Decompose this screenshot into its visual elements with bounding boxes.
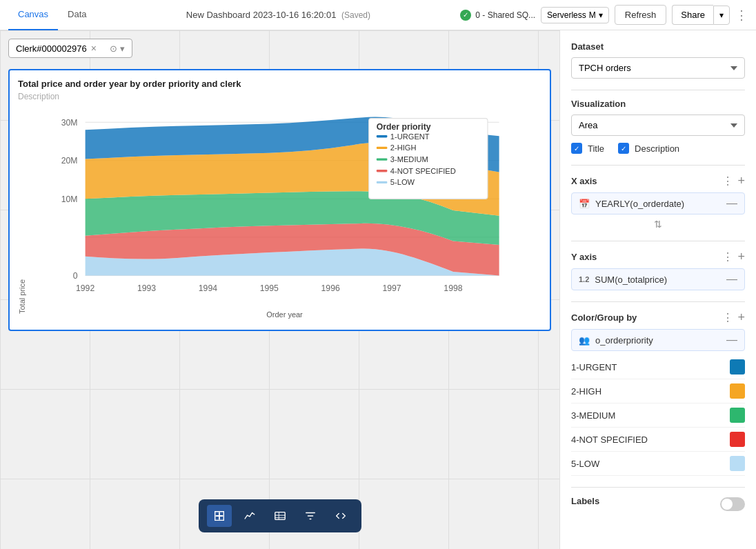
filter-chevron-icon[interactable]: ▾ bbox=[120, 43, 125, 54]
chart-svg: 30M 20M 10M 0 bbox=[28, 107, 541, 314]
tab-data[interactable]: Data bbox=[58, 0, 96, 30]
code-button[interactable] bbox=[328, 505, 353, 527]
x-axis-add-icon[interactable]: + bbox=[737, 174, 745, 188]
svg-text:20M: 20M bbox=[61, 156, 78, 166]
color-swatch-medium[interactable] bbox=[730, 408, 745, 423]
description-checkbox[interactable] bbox=[618, 143, 629, 154]
color-group-more-icon[interactable]: ⋮ bbox=[722, 311, 733, 324]
group-icon: 👥 bbox=[579, 335, 590, 346]
y-axis-field-item: 1.2 SUM(o_totalprice) — bbox=[571, 268, 745, 290]
svg-rect-28 bbox=[275, 512, 284, 520]
svg-text:3-MEDIUM: 3-MEDIUM bbox=[390, 155, 428, 163]
y-axis-more-icon[interactable]: ⋮ bbox=[722, 250, 733, 263]
bottom-toolbar bbox=[199, 499, 361, 532]
y-axis-label: Total price bbox=[18, 107, 26, 314]
main-layout: Clerk#000002976 × ⊙ ▾ Total price and or… bbox=[0, 30, 756, 549]
svg-text:2-HIGH: 2-HIGH bbox=[390, 143, 417, 152]
filter-tag[interactable]: Clerk#000002976 × ⊙ ▾ bbox=[8, 39, 132, 58]
svg-text:30M: 30M bbox=[61, 118, 78, 128]
divider-4 bbox=[571, 301, 745, 302]
labels-label: Labels bbox=[571, 496, 599, 506]
svg-rect-24 bbox=[377, 170, 388, 172]
tab-canvas[interactable]: Canvas bbox=[8, 0, 58, 30]
x-axis-actions: ⋮ + bbox=[722, 174, 745, 188]
divider-5 bbox=[571, 487, 745, 488]
svg-text:4-NOT SPECIFIED: 4-NOT SPECIFIED bbox=[390, 167, 456, 175]
dataset-select[interactable]: TPCH orders bbox=[571, 57, 745, 79]
header: Canvas Data New Dashboard 2023-10-16 16:… bbox=[0, 0, 756, 30]
visualization-select[interactable]: Area bbox=[571, 114, 745, 136]
color-group-header: Color/Group by ⋮ + bbox=[571, 310, 745, 325]
dataset-section: Dataset TPCH orders bbox=[571, 41, 745, 79]
chart-title: Total price and order year by order prio… bbox=[18, 79, 541, 89]
y-axis-remove-button[interactable]: — bbox=[726, 273, 737, 286]
y-axis-header: Y axis ⋮ + bbox=[571, 250, 745, 264]
color-group-title: Color/Group by bbox=[571, 312, 637, 323]
share-main-button[interactable]: Share bbox=[672, 5, 713, 25]
filter-value: Clerk#000002976 bbox=[16, 43, 87, 54]
svg-text:5-LOW: 5-LOW bbox=[390, 178, 415, 186]
color-list: 1-URGENT 2-HIGH 3-MEDIUM 4-NOT SPECIFIED… bbox=[571, 355, 745, 476]
svg-text:1998: 1998 bbox=[444, 283, 462, 293]
color-label-high: 2-HIGH bbox=[571, 386, 601, 397]
filter-button[interactable] bbox=[298, 505, 323, 527]
more-options-button[interactable]: ⋮ bbox=[735, 8, 748, 23]
color-swatch-not-specified[interactable] bbox=[730, 432, 745, 447]
filter-icons: ⊙ ▾ bbox=[110, 43, 125, 54]
svg-text:1992: 1992 bbox=[76, 283, 94, 293]
color-swatch-high[interactable] bbox=[730, 383, 745, 399]
share-caret-button[interactable]: ▾ bbox=[713, 6, 730, 25]
chart-content: 30M 20M 10M 0 bbox=[28, 107, 541, 314]
filter-settings-icon[interactable]: ⊙ bbox=[110, 43, 117, 54]
filter-bar: Clerk#000002976 × ⊙ ▾ bbox=[8, 39, 132, 58]
color-label-medium: 3-MEDIUM bbox=[571, 410, 615, 421]
canvas-area: Clerk#000002976 × ⊙ ▾ Total price and or… bbox=[0, 30, 559, 549]
dataset-label: Dataset bbox=[571, 41, 745, 52]
svg-text:1996: 1996 bbox=[321, 283, 340, 293]
x-axis-header: X axis ⋮ + bbox=[571, 174, 745, 188]
divider-2 bbox=[571, 165, 745, 166]
svg-text:1-URGENT: 1-URGENT bbox=[390, 132, 430, 141]
color-label-not-specified: 4-NOT SPECIFIED bbox=[571, 435, 648, 445]
filter-close-icon[interactable]: × bbox=[91, 43, 97, 54]
x-axis-field-item: 📅 YEARLY(o_orderdate) — bbox=[571, 192, 745, 214]
refresh-button[interactable]: Refresh bbox=[615, 5, 667, 25]
color-item-medium: 3-MEDIUM bbox=[571, 403, 745, 428]
color-label-urgent: 1-URGENT bbox=[571, 362, 617, 372]
nav-tabs: Canvas Data bbox=[8, 0, 97, 30]
svg-text:1993: 1993 bbox=[137, 283, 156, 293]
visualization-section: Visualization Area Title Description bbox=[571, 99, 745, 154]
svg-text:10M: 10M bbox=[61, 194, 78, 204]
svg-text:1994: 1994 bbox=[199, 283, 217, 293]
svg-rect-26 bbox=[377, 181, 388, 183]
labels-toggle[interactable] bbox=[720, 497, 745, 511]
y-axis-section: Y axis ⋮ + 1.2 SUM(o_totalprice) — bbox=[571, 250, 745, 290]
divider-1 bbox=[571, 90, 745, 90]
color-item-urgent: 1-URGENT bbox=[571, 355, 745, 379]
x-axis-remove-button[interactable]: — bbox=[726, 197, 737, 210]
y-axis-add-icon[interactable]: + bbox=[737, 250, 745, 264]
color-group-field-item: 👥 o_orderpriority — bbox=[571, 329, 745, 351]
dashboard-title: New Dashboard 2023-10-16 16:20:01 (Saved… bbox=[108, 10, 450, 20]
title-checkbox[interactable] bbox=[571, 143, 582, 154]
color-group-add-icon[interactable]: + bbox=[737, 310, 745, 325]
color-swatch-urgent[interactable] bbox=[730, 359, 745, 375]
serverless-select[interactable]: Serverless M ▾ bbox=[541, 7, 609, 23]
x-axis-more-icon[interactable]: ⋮ bbox=[722, 174, 733, 188]
color-swatch-low[interactable] bbox=[730, 456, 745, 471]
description-checkbox-label: Description bbox=[635, 143, 679, 154]
status-icon bbox=[460, 10, 471, 21]
svg-rect-20 bbox=[377, 147, 388, 149]
color-group-remove-button[interactable]: — bbox=[726, 334, 737, 346]
right-panel: Dataset TPCH orders Visualization Area T… bbox=[559, 30, 756, 549]
svg-text:1997: 1997 bbox=[382, 283, 401, 293]
status-badge: 0 - Shared SQ... bbox=[460, 10, 535, 21]
table-button[interactable] bbox=[268, 505, 292, 527]
sort-icon[interactable]: ⇅ bbox=[571, 219, 745, 230]
saved-indicator: (Saved) bbox=[341, 10, 370, 20]
toggle-knob bbox=[722, 499, 733, 510]
color-group-actions: ⋮ + bbox=[722, 310, 745, 325]
color-label-low: 5-LOW bbox=[571, 459, 599, 469]
chart-button[interactable] bbox=[237, 505, 262, 527]
add-widget-button[interactable] bbox=[207, 505, 232, 527]
